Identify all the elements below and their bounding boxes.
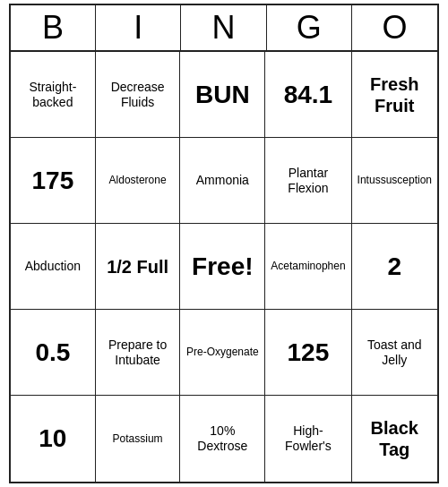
bingo-cell: 175 — [11, 138, 96, 224]
bingo-cell: Intussusception — [352, 138, 437, 224]
bingo-cell: 1/2 Full — [96, 224, 181, 310]
header-letter: O — [352, 5, 437, 50]
bingo-cell: 2 — [352, 224, 437, 310]
bingo-cell: 84.1 — [265, 52, 351, 138]
bingo-cell: Abduction — [11, 224, 96, 310]
bingo-header: BINGO — [11, 5, 437, 52]
bingo-cell: 125 — [265, 310, 351, 396]
bingo-cell: Acetaminophen — [265, 224, 351, 310]
bingo-cell: Toast and Jelly — [352, 310, 437, 396]
bingo-cell: Black Tag — [352, 396, 437, 482]
bingo-cell: Ammonia — [180, 138, 265, 224]
bingo-cell: High-Fowler's — [265, 396, 351, 482]
header-letter: B — [11, 5, 96, 50]
bingo-cell: Aldosterone — [96, 138, 181, 224]
bingo-cell: Free! — [180, 224, 265, 310]
bingo-cell: Prepare to Intubate — [96, 310, 181, 396]
bingo-cell: Straight-backed — [11, 52, 96, 138]
bingo-cell: 10% Dextrose — [180, 396, 265, 482]
bingo-cell: Pre-Oxygenate — [180, 310, 265, 396]
bingo-grid: Straight-backedDecrease FluidsBUN84.1Fre… — [11, 52, 437, 482]
bingo-cell: 10 — [11, 396, 96, 482]
bingo-cell: BUN — [180, 52, 265, 138]
bingo-cell: Plantar Flexion — [265, 138, 351, 224]
header-letter: N — [181, 5, 266, 50]
header-letter: I — [96, 5, 181, 50]
header-letter: G — [267, 5, 352, 50]
bingo-cell: Fresh Fruit — [352, 52, 437, 138]
bingo-card: BINGO Straight-backedDecrease FluidsBUN8… — [9, 4, 439, 483]
bingo-cell: Decrease Fluids — [96, 52, 181, 138]
bingo-cell: 0.5 — [11, 310, 96, 396]
bingo-cell: Potassium — [96, 396, 181, 482]
